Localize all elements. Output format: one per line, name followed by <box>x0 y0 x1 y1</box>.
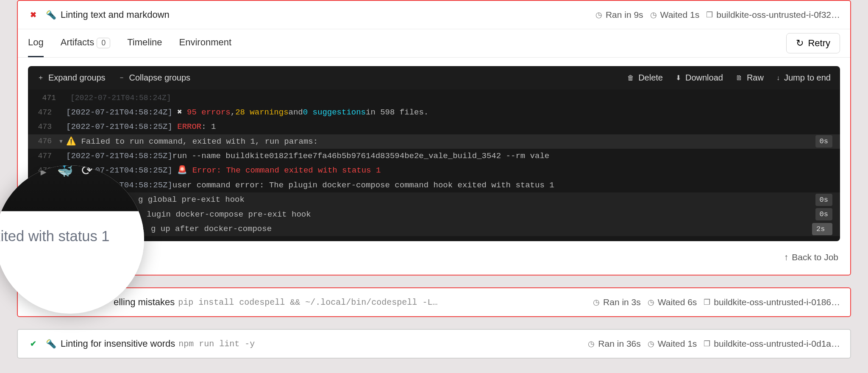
magnifier-overlay: [2022-07-21T04:58:25Z] 486 ▶ 🐳 ⟳ Exited … <box>0 165 144 314</box>
log-toolbar: ＋Expand groups －Collapse groups 🗑Delete … <box>28 66 840 89</box>
warning-icon: ⚠️ <box>66 135 76 148</box>
cube-icon: ❒ <box>704 339 710 348</box>
retry-button[interactable]: ↻Retry <box>786 33 840 53</box>
job-command: pip install codespell && ~/.local/bin/co… <box>178 298 441 307</box>
docker-icon: 🐳 <box>57 165 73 178</box>
expand-groups-button[interactable]: ＋Expand groups <box>37 73 106 83</box>
job-command: npm run lint -y <box>178 339 255 349</box>
cube-icon: ❒ <box>704 298 710 307</box>
clock-icon: ◷ <box>648 298 654 307</box>
log-line: 471 [2022-07-21T04:58:24Z] <box>28 91 840 105</box>
job-header[interactable]: ✖ 🔦 Linting text and markdown ◷Ran in 9s… <box>18 1 850 29</box>
jump-to-end-button[interactable]: ↓Jump to end <box>776 73 831 83</box>
status-icon-pass: ✔ <box>28 339 38 348</box>
minus-icon: － <box>118 73 125 82</box>
tab-log[interactable]: Log <box>28 29 44 57</box>
raw-button[interactable]: 🗎Raw <box>736 73 764 83</box>
log-line: 472 [2022-07-21T04:58:24Z] ✖ 95 errors, … <box>28 105 840 120</box>
clock-icon: ◷ <box>595 10 602 19</box>
job-emoji: 🔦 <box>46 10 56 20</box>
download-icon: ⬇ <box>676 74 681 82</box>
log-group-header[interactable]: g up after docker-compose 2s <box>28 222 840 236</box>
log-line: 481 [2022-07-21T04:58:25Z] user command … <box>28 178 840 192</box>
job-meta: ◷Ran in 36s ◷Waited 1s ❒buildkite-oss-un… <box>588 339 840 349</box>
plus-icon: ＋ <box>37 73 44 82</box>
tab-artifacts[interactable]: Artifacts0 <box>61 29 110 57</box>
clock-icon: ◷ <box>650 10 657 19</box>
back-to-job-link[interactable]: ↑Back to Job <box>784 252 838 262</box>
log-group-header[interactable]: g global pre-exit hook 0s <box>28 192 840 207</box>
cube-icon: ❒ <box>706 10 713 19</box>
log-line: 478 [2022-07-21T04:58:25Z] 🚨 Error: The … <box>28 163 840 178</box>
log-line: 473 [2022-07-21T04:58:25Z] ERROR: 1 <box>28 120 840 134</box>
job-card-insensitive-words[interactable]: ✔ 🔦 Linting for insensitive words npm ru… <box>17 329 851 359</box>
job-title: Linting text and markdown <box>61 9 170 20</box>
tab-timeline[interactable]: Timeline <box>127 29 162 57</box>
log-group-header[interactable]: lugin docker-compose pre-exit hook 0s <box>28 207 840 222</box>
file-icon: 🗎 <box>736 74 743 82</box>
status-icon-fail: ✖ <box>28 10 38 19</box>
tabs-row: Log Artifacts0 Timeline Environment ↻Ret… <box>18 29 850 58</box>
log-body[interactable]: 471 [2022-07-21T04:58:24Z] 472 [2022-07-… <box>28 89 840 241</box>
collapse-groups-button[interactable]: －Collapse groups <box>118 73 191 83</box>
clock-icon: ◷ <box>648 339 654 348</box>
job-meta: ◷Ran in 3s ◷Waited 6s ❒buildkite-oss-unt… <box>593 297 840 307</box>
job-meta: ◷Ran in 9s ◷Waited 1s ❒buildkite-oss-unt… <box>595 10 840 20</box>
alert-icon: 🚨 <box>177 164 187 177</box>
log-line: 477 [2022-07-21T04:58:25Z] run --name bu… <box>28 149 840 163</box>
clock-icon: ◷ <box>593 298 600 307</box>
retry-icon: ↻ <box>796 38 804 49</box>
job-card-spelling[interactable]: elling mistakes pip install codespell &&… <box>17 287 851 317</box>
log-group-header[interactable]: 476▾ ⚠️ Failed to run command, exited wi… <box>28 134 840 149</box>
tab-environment[interactable]: Environment <box>179 29 232 57</box>
chevron-down-icon: ▾ <box>58 135 64 148</box>
clock-icon: ◷ <box>588 339 595 348</box>
arrow-up-icon: ↑ <box>784 252 789 262</box>
download-button[interactable]: ⬇Download <box>676 73 723 83</box>
delete-button[interactable]: 🗑Delete <box>627 73 663 83</box>
arrow-down-icon: ↓ <box>776 74 780 82</box>
job-emoji: 🔦 <box>46 339 56 349</box>
trash-icon: 🗑 <box>627 74 634 82</box>
x-icon: ✖ <box>177 106 182 119</box>
job-title: Linting for insensitive words <box>61 338 175 349</box>
